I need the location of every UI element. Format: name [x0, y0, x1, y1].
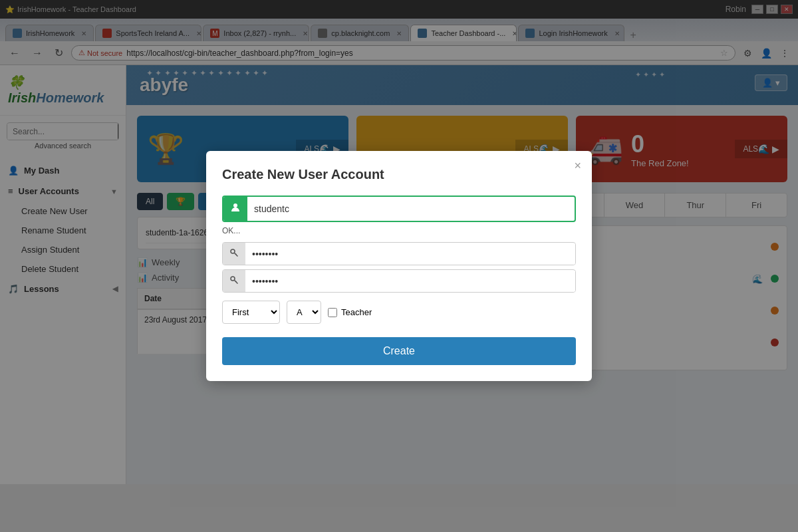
class-select[interactable]: A B C D: [287, 301, 321, 324]
svg-point-0: [233, 203, 237, 207]
modal-overlay: Create New User Account × OK...: [0, 0, 798, 532]
name-select[interactable]: First Second Third: [222, 301, 280, 324]
username-input-group: [222, 196, 576, 222]
confirm-password-icon: [223, 270, 245, 292]
confirm-password-input[interactable]: [245, 271, 575, 292]
svg-point-1: [231, 249, 235, 253]
password-input-group: [222, 242, 576, 265]
modal-title: Create New User Account: [222, 167, 576, 182]
key-icon: [229, 248, 239, 257]
user-icon: [230, 202, 241, 213]
modal-close-button[interactable]: ×: [574, 159, 581, 173]
username-icon: [223, 197, 247, 221]
svg-point-2: [231, 277, 235, 281]
modal-options-row: First Second Third A B C D Teacher: [222, 301, 576, 324]
create-user-modal: Create New User Account × OK...: [206, 151, 592, 381]
confirm-password-input-group: [222, 269, 576, 293]
username-input[interactable]: [247, 198, 575, 219]
create-button[interactable]: Create: [222, 337, 576, 365]
key-confirm-icon: [229, 275, 239, 285]
ok-text: OK...: [222, 226, 576, 235]
teacher-checkbox-label[interactable]: Teacher: [328, 307, 372, 317]
password-input[interactable]: [245, 243, 575, 265]
teacher-label: Teacher: [341, 307, 372, 317]
password-icon: [223, 243, 245, 265]
teacher-checkbox[interactable]: [328, 308, 337, 317]
